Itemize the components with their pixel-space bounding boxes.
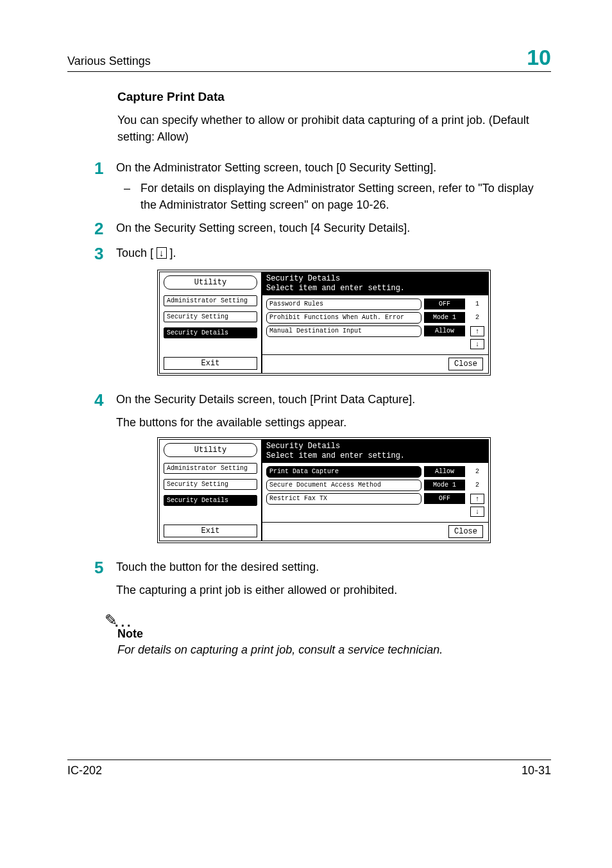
setting-label[interactable]: Print Data Capture [266, 466, 421, 478]
setting-value: Mode 1 [424, 312, 465, 323]
utility-badge[interactable]: Utility [164, 443, 257, 457]
panel-header: Security Details Select item and enter s… [262, 272, 488, 295]
step-number: 5 [94, 559, 116, 598]
header-section-title: Various Settings [67, 55, 151, 68]
step-number: 1 [94, 159, 116, 213]
page-indicator: 2 [470, 482, 484, 489]
breadcrumb[interactable]: Security Details [164, 327, 257, 338]
setting-row: Manual Destination Input Allow ↑ [266, 326, 484, 337]
step-text: On the Security Details screen, touch [P… [116, 391, 551, 408]
setting-value: OFF [424, 493, 465, 504]
step-number: 2 [94, 220, 116, 238]
setting-row: Prohibit Functions When Auth. Error Mode… [266, 312, 484, 324]
note-text: For details on capturing a print job, co… [117, 643, 551, 657]
close-button[interactable]: Close [448, 358, 483, 370]
step-text: Touch the button for the desired setting… [116, 559, 551, 575]
step-text-prefix: Touch [ [116, 247, 153, 259]
setting-label[interactable]: Restrict Fax TX [266, 493, 421, 505]
footer-right: 10-31 [522, 764, 551, 777]
down-arrow-icon: ↓ [157, 247, 167, 259]
setting-value: Allow [424, 466, 465, 477]
step-text: The buttons for the available settings a… [116, 414, 551, 431]
panel-header: Security Details Select item and enter s… [262, 440, 488, 463]
exit-button[interactable]: Exit [164, 525, 257, 537]
breadcrumb[interactable]: Administrator Setting [164, 295, 257, 306]
breadcrumb[interactable]: Security Setting [164, 311, 257, 322]
scroll-up-button[interactable]: ↑ [470, 494, 484, 504]
setting-row: ↓ [266, 339, 484, 349]
step-2: 2 On the Security Setting screen, touch … [94, 220, 551, 238]
section-heading: Capture Print Data [117, 90, 551, 104]
breadcrumb[interactable]: Administrator Setting [164, 463, 257, 474]
note-heading: Note [117, 627, 551, 641]
dash-icon: – [124, 180, 140, 213]
scroll-up-button[interactable]: ↑ [470, 326, 484, 336]
setting-row: Restrict Fax TX OFF ↑ [266, 493, 484, 505]
scroll-down-button[interactable]: ↓ [470, 507, 484, 517]
step-text: On the Administrator Setting screen, tou… [116, 159, 551, 176]
security-details-panel-1: Utility Administrator Setting Security S… [157, 270, 491, 376]
setting-row: Print Data Capture Allow 2 [266, 466, 484, 478]
setting-value: Mode 1 [424, 480, 465, 490]
step-text-suffix: ]. [170, 247, 176, 259]
step-subtext: For details on displaying the Administra… [140, 180, 551, 213]
page-indicator: 2 [470, 468, 484, 475]
step-5: 5 Touch the button for the desired setti… [94, 559, 551, 598]
setting-value: OFF [424, 299, 465, 309]
setting-row: Password Rules OFF 1 [266, 299, 484, 310]
setting-value: Allow [424, 326, 465, 336]
setting-label[interactable]: Manual Destination Input [266, 326, 421, 337]
step-3: 3 Touch [ ↓ ]. [94, 245, 551, 263]
chapter-number: 10 [527, 45, 551, 70]
security-details-panel-2: Utility Administrator Setting Security S… [157, 437, 491, 543]
exit-button[interactable]: Exit [164, 357, 257, 370]
setting-row: Secure Document Access Method Mode 1 2 [266, 480, 484, 491]
utility-badge[interactable]: Utility [164, 275, 257, 290]
step-text: The capturing a print job is either allo… [116, 582, 551, 598]
step-4: 4 On the Security Details screen, touch … [94, 391, 551, 431]
step-text: On the Security Setting screen, touch [4… [116, 220, 551, 238]
setting-label[interactable]: Prohibit Functions When Auth. Error [266, 312, 421, 324]
setting-label[interactable]: Secure Document Access Method [266, 480, 421, 491]
setting-row: ↓ [266, 507, 484, 517]
footer-left: IC-202 [67, 764, 102, 777]
step-number: 4 [94, 391, 116, 431]
step-number: 3 [94, 245, 116, 263]
breadcrumb[interactable]: Security Setting [164, 479, 257, 490]
page-indicator: 1 [470, 300, 484, 308]
scroll-down-button[interactable]: ↓ [470, 339, 484, 349]
close-button[interactable]: Close [448, 525, 483, 538]
section-intro: You can specify whether to allow or proh… [117, 112, 551, 145]
setting-label[interactable]: Password Rules [266, 299, 421, 310]
breadcrumb[interactable]: Security Details [164, 495, 257, 506]
step-1: 1 On the Administrator Setting screen, t… [94, 159, 551, 213]
page-indicator: 2 [470, 314, 484, 321]
